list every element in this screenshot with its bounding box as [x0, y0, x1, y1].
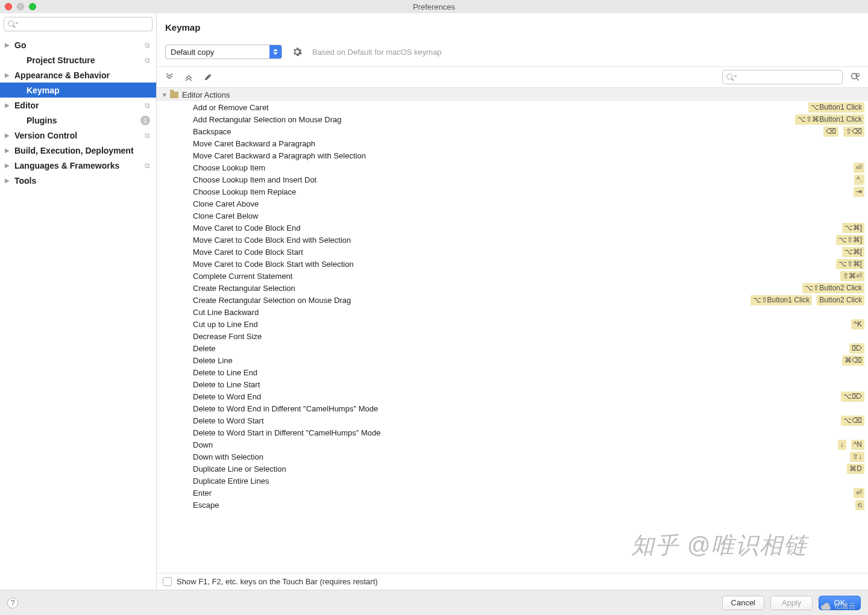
action-row[interactable]: Down with Selection⇧↓ — [157, 451, 868, 463]
keymap-scheme-select[interactable]: Default copy — [165, 45, 282, 59]
action-list[interactable]: ▼ Editor Actions Add or Remove Caret⌥But… — [157, 88, 868, 573]
sidebar-item-label: Version Control — [14, 131, 145, 140]
apply-button[interactable]: Apply — [770, 596, 813, 610]
action-row[interactable]: Backspace⌫⇧⌫ — [157, 125, 868, 137]
sidebar-item-project-structure[interactable]: Project Structure⧉ — [0, 52, 156, 67]
shortcut-group: ⌥⌫ — [841, 416, 864, 426]
shortcut-group: ⇧↓ — [850, 452, 864, 462]
keymap-settings-button[interactable] — [291, 45, 304, 58]
action-row[interactable]: Create Rectangular Selection⌥⇧Button2 Cl… — [157, 282, 868, 294]
action-name: Delete Line — [193, 356, 842, 365]
page-title: Keymap — [165, 22, 200, 33]
expand-all-button[interactable] — [163, 70, 176, 84]
action-row[interactable]: Delete to Word End in Different "CamelHu… — [157, 402, 868, 414]
action-name: Clone Caret Below — [193, 211, 864, 220]
action-name: Add Rectangular Selection on Mouse Drag — [193, 115, 795, 124]
action-row[interactable]: Create Rectangular Selection on Mouse Dr… — [157, 294, 868, 306]
action-row[interactable]: Choose Lookup Item and Insert Dot^. — [157, 173, 868, 186]
action-name: Delete to Word Start — [193, 416, 841, 425]
edit-shortcut-button[interactable] — [201, 70, 215, 84]
sidebar-item-version-control[interactable]: ▶Version Control⧉ — [0, 128, 156, 143]
count-badge: 1 — [140, 116, 150, 125]
action-row[interactable]: Clone Caret Below — [157, 210, 868, 222]
shortcut-group: ⌥⇧⌘] — [836, 235, 864, 245]
action-name: Move Caret Backward a Paragraph — [193, 139, 864, 148]
shortcut-badge: Button2 Click — [817, 295, 864, 305]
sidebar-tree[interactable]: ▶Go⧉Project Structure⧉▶Appearance & Beha… — [0, 35, 156, 590]
action-search-input[interactable] — [736, 73, 838, 81]
help-button[interactable]: ? — [7, 598, 18, 608]
sidebar-item-go[interactable]: ▶Go⧉ — [0, 37, 156, 52]
group-label: Editor Actions — [182, 90, 230, 99]
apply-label: Apply — [782, 598, 802, 607]
action-search[interactable] — [722, 70, 843, 84]
action-row[interactable]: Delete⌦ — [157, 342, 868, 354]
action-row[interactable]: Enter⏎ — [157, 487, 868, 499]
shortcut-group: ⌥⌘] — [842, 223, 864, 233]
action-name: Choose Lookup Item — [193, 163, 854, 172]
minimize-button[interactable] — [17, 3, 24, 10]
action-name: Create Rectangular Selection on Mouse Dr… — [193, 296, 750, 305]
action-row[interactable]: Delete to Line End — [157, 366, 868, 378]
sidebar-item-label: Appearance & Behavior — [14, 70, 150, 80]
action-name: Clone Caret Above — [193, 199, 864, 208]
collapse-all-button[interactable] — [182, 70, 195, 84]
find-by-shortcut-button[interactable] — [849, 70, 862, 84]
action-row[interactable]: Move Caret to Code Block End⌥⌘] — [157, 222, 868, 234]
sidebar-item-plugins[interactable]: Plugins1 — [0, 113, 156, 128]
sidebar-item-keymap[interactable]: Keymap — [0, 83, 156, 98]
linked-project-icon: ⧉ — [145, 131, 150, 140]
action-row[interactable]: Decrease Font Size — [157, 330, 868, 342]
sidebar-search[interactable] — [4, 17, 153, 31]
sidebar-item-languages-frameworks[interactable]: ▶Languages & Frameworks⧉ — [0, 158, 156, 173]
action-name: Move Caret to Code Block End with Select… — [193, 236, 836, 245]
action-row[interactable]: Move Caret to Code Block Start⌥⌘[ — [157, 246, 868, 258]
action-row[interactable]: Clone Caret Above — [157, 198, 868, 210]
ok-button[interactable]: OK — [819, 596, 861, 610]
maximize-button[interactable] — [29, 3, 36, 10]
tree-toolbar — [157, 66, 868, 88]
sidebar-item-build-exec-deploy[interactable]: ▶Build, Execution, Deployment — [0, 143, 156, 158]
close-button[interactable] — [5, 3, 12, 10]
action-name: Create Rectangular Selection — [193, 284, 802, 293]
sidebar: ▶Go⧉Project Structure⧉▶Appearance & Beha… — [0, 13, 157, 590]
action-row[interactable]: Down↓^N — [157, 439, 868, 451]
action-row[interactable]: Add Rectangular Selection on Mouse Drag⌥… — [157, 113, 868, 125]
shortcut-badge: ⌘D — [847, 464, 864, 474]
keymap-toolbar: Default copy Based on Default for macOS … — [157, 45, 868, 66]
shortcut-badge: ⏎ — [854, 488, 864, 498]
shortcut-badge: ⌦ — [849, 343, 864, 354]
linked-project-icon: ⧉ — [145, 56, 150, 64]
folder-icon — [170, 92, 178, 98]
action-name: Down with Selection — [193, 452, 850, 461]
action-row[interactable]: Escape⎋ — [157, 499, 868, 511]
touchbar-checkbox[interactable] — [163, 577, 172, 586]
action-row[interactable]: Move Caret to Code Block Start with Sele… — [157, 258, 868, 270]
action-row[interactable]: Duplicate Entire Lines — [157, 475, 868, 487]
action-row[interactable]: Add or Remove Caret⌥Button1 Click — [157, 101, 868, 113]
action-row[interactable]: Move Caret Backward a Paragraph with Sel… — [157, 149, 868, 161]
action-row[interactable]: Delete to Line Start — [157, 378, 868, 390]
action-name: Move Caret to Code Block End — [193, 223, 842, 233]
action-row[interactable]: Complete Current Statement⇧⌘⏎ — [157, 270, 868, 282]
sidebar-search-input[interactable] — [17, 20, 148, 28]
action-row[interactable]: Delete to Word Start⌥⌫ — [157, 414, 868, 426]
action-row[interactable]: Duplicate Line or Selection⌘D — [157, 463, 868, 475]
action-row[interactable]: Delete to Word Start in Different "Camel… — [157, 426, 868, 439]
sidebar-item-editor[interactable]: ▶Editor⧉ — [0, 98, 156, 113]
sidebar-item-appearance-behavior[interactable]: ▶Appearance & Behavior — [0, 67, 156, 83]
group-row-editor-actions[interactable]: ▼ Editor Actions — [157, 88, 868, 101]
action-row[interactable]: Move Caret to Code Block End with Select… — [157, 234, 868, 246]
action-row[interactable]: Cut up to Line End^K — [157, 318, 868, 330]
linked-project-icon: ⧉ — [145, 41, 150, 49]
action-row[interactable]: Cut Line Backward — [157, 306, 868, 318]
sidebar-item-tools[interactable]: ▶Tools — [0, 173, 156, 188]
action-row[interactable]: Move Caret Backward a Paragraph — [157, 137, 868, 149]
action-row[interactable]: Delete to Word End⌥⌦ — [157, 390, 868, 402]
action-row[interactable]: Delete Line⌘⌫ — [157, 354, 868, 366]
action-name: Cut Line Backward — [193, 308, 864, 317]
action-row[interactable]: Choose Lookup Item Replace⇥ — [157, 186, 868, 198]
cancel-button[interactable]: Cancel — [722, 596, 764, 610]
action-name: Duplicate Line or Selection — [193, 464, 847, 473]
action-row[interactable]: Choose Lookup Item⏎ — [157, 161, 868, 173]
